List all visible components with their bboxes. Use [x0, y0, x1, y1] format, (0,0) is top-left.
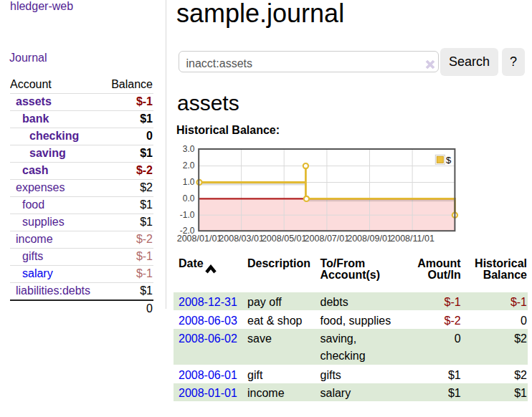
svg-text:3.0: 3.0 — [183, 144, 195, 154]
svg-text:-1.0: -1.0 — [180, 210, 195, 220]
svg-text:2008/05/01: 2008/05/01 — [262, 234, 307, 244]
svg-text:2008/07/01: 2008/07/01 — [305, 234, 350, 244]
svg-text:2.0: 2.0 — [183, 160, 195, 171]
svg-text:2008/11/01: 2008/11/01 — [390, 234, 434, 244]
svg-text:2008/01/01: 2008/01/01 — [177, 234, 222, 244]
svg-text:1.0: 1.0 — [183, 177, 195, 187]
svg-text:2008/09/01: 2008/09/01 — [347, 234, 392, 244]
svg-text:2008/03/01: 2008/03/01 — [219, 234, 264, 244]
svg-text:$: $ — [446, 155, 452, 166]
svg-text:0.0: 0.0 — [183, 193, 195, 203]
